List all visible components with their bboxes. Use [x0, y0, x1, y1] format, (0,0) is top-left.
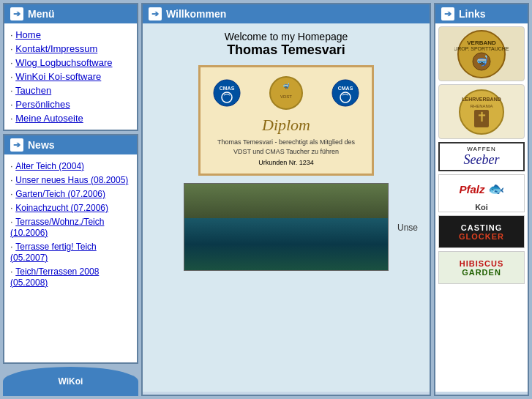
list-item: Home: [10, 28, 131, 42]
svg-point-3: [270, 77, 302, 109]
news-link-terrasse-fertig[interactable]: Terrasse fertig! Teich (05.2007): [10, 242, 97, 263]
list-item: Kontakt/Impressum: [10, 42, 131, 56]
gold-seal-svg: LEHRVERBAND RHENANIA ✝: [454, 86, 509, 138]
svg-text:CMAS: CMAS: [220, 86, 235, 91]
diploma-center-emblem: 🤿 VDST: [268, 75, 304, 111]
svg-text:✝: ✝: [476, 110, 487, 124]
casting-bottom-text: GLOCKER: [459, 232, 504, 241]
welcome-content: Welcome to my Homepage Thomas Temesvari …: [143, 23, 430, 392]
news-link-terrasse[interactable]: Terrasse/Wohnz./Teich (10.2006): [10, 217, 104, 238]
right-column: ➔ Links VERBAND EUROP. SPORTTAUCHER 🤿 LE…: [434, 3, 529, 396]
seeber-badge[interactable]: WAFFEN Seeber: [438, 142, 525, 171]
list-item: Tauchen: [10, 83, 131, 97]
list-item: Koinachzucht (07.2006): [10, 201, 131, 215]
diver-badge[interactable]: VERBAND EUROP. SPORTTAUCHER 🤿: [438, 26, 525, 81]
winkoi-button[interactable]: WiKoi: [3, 367, 138, 396]
svg-text:VERBAND: VERBAND: [467, 40, 496, 46]
news-link-neues-haus[interactable]: Unser neues Haus (08.2005): [15, 175, 128, 185]
diploma-number: Urkunden Nr. 1234: [212, 159, 360, 166]
list-item: Wlog Logbuchsoftware: [10, 56, 131, 70]
svg-text:LEHRVERBAND: LEHRVERBAND: [462, 97, 501, 102]
menu-panel: ➔ Menü Home Kontakt/Impressum Wlog Logbu…: [3, 3, 138, 131]
welcome-title: Willkommen: [166, 8, 226, 20]
list-item: Unser neues Haus (08.2005): [10, 173, 131, 187]
links-arrow-icon: ➔: [441, 7, 454, 20]
news-link-koinach[interactable]: Koinachzucht (07.2006): [15, 203, 108, 213]
news-list: Alter Teich (2004) Unser neues Haus (08.…: [10, 159, 131, 289]
menu-link-wlog[interactable]: Wlog Logbuchsoftware: [15, 57, 112, 68]
menu-link-auto[interactable]: Meine Autoseite: [15, 113, 83, 124]
hibiscus-bottom-text: GARDEN: [462, 268, 501, 277]
links-content: VERBAND EUROP. SPORTTAUCHER 🤿 LEHRVERBAN…: [435, 23, 528, 392]
seeber-brand: Seeber: [464, 152, 500, 168]
pfalz-text: Pfalz: [459, 183, 484, 195]
hibiscus-top-text: HIBISCUS: [460, 259, 504, 268]
bottom-button-label: WiKoi: [59, 376, 83, 387]
links-title: Links: [459, 8, 486, 20]
welcome-panel: ➔ Willkommen Welcome to my Homepage Thom…: [141, 3, 431, 396]
menu-link-kontakt[interactable]: Kontakt/Impressum: [15, 43, 97, 54]
svg-text:EUROP. SPORTTAUCHER: EUROP. SPORTTAUCHER: [454, 46, 509, 51]
list-item: WinKoi Koi-software: [10, 70, 131, 83]
news-link-teich-2008[interactable]: Teich/Terrassen 2008 (05.2008): [10, 266, 99, 288]
center-column: ➔ Willkommen Welcome to my Homepage Thom…: [141, 3, 431, 396]
list-item: Garten/Teich (07.2006): [10, 187, 131, 201]
menu-header: ➔ Menü: [4, 4, 137, 23]
left-column: ➔ Menü Home Kontakt/Impressum Wlog Logbu…: [3, 3, 138, 396]
koi-fish-icon: 🐟: [488, 181, 504, 197]
welcome-arrow-icon: ➔: [149, 7, 162, 20]
menu-list: Home Kontakt/Impressum Wlog Logbuchsoftw…: [10, 28, 131, 125]
diver-badge-svg: VERBAND EUROP. SPORTTAUCHER 🤿: [454, 29, 509, 80]
list-item: Meine Autoseite: [10, 111, 131, 125]
svg-text:RHENANIA: RHENANIA: [470, 104, 492, 108]
news-link-alter-teich[interactable]: Alter Teich (2004): [15, 161, 84, 171]
menu-arrow-icon: ➔: [10, 7, 23, 20]
news-title: News: [28, 139, 55, 151]
list-item: Terrasse/Wohnz./Teich (10.2006): [10, 215, 131, 239]
list-item: Alter Teich (2004): [10, 159, 131, 173]
unse-label: Unse: [397, 223, 418, 233]
pfalz-badge[interactable]: Pfalz 🐟 Koi: [438, 174, 525, 212]
menu-link-perso[interactable]: Persönliches: [15, 99, 70, 110]
seeber-content: WAFFEN Seeber: [464, 146, 500, 168]
news-content: Alter Teich (2004) Unser neues Haus (08.…: [4, 154, 137, 362]
hibiscus-badge[interactable]: HIBISCUS GARDEN: [438, 251, 525, 284]
svg-text:VDST: VDST: [280, 94, 292, 99]
list-item: Persönliches: [10, 97, 131, 111]
menu-title: Menü: [28, 8, 55, 20]
diploma-certificate: CMAS 🤿 VDST CMAS: [198, 65, 374, 176]
news-panel: ➔ News Alter Teich (2004) Unser neues Ha…: [3, 134, 138, 364]
koi-label: Koi: [475, 203, 488, 212]
welcome-header: ➔ Willkommen: [143, 4, 430, 23]
news-header: ➔ News: [4, 135, 137, 154]
pond-container: Unse: [184, 183, 389, 271]
menu-content: Home Kontakt/Impressum Wlog Logbuchsoftw…: [4, 23, 137, 130]
list-item: Terrasse fertig! Teich (05.2007): [10, 239, 131, 264]
news-arrow-icon: ➔: [10, 138, 23, 152]
news-link-garten[interactable]: Garten/Teich (07.2006): [15, 189, 105, 199]
svg-text:CMAS: CMAS: [338, 86, 353, 91]
pfalz-content: Pfalz 🐟: [459, 175, 503, 203]
diploma-body: Thomas Temesvari - berechtigt als Mitgli…: [212, 138, 360, 156]
cmas-logo-left: CMAS: [212, 78, 241, 108]
links-panel: ➔ Links VERBAND EUROP. SPORTTAUCHER 🤿 LE…: [434, 3, 529, 396]
seeber-waffen-text: WAFFEN: [464, 146, 500, 152]
links-header: ➔ Links: [435, 4, 528, 23]
menu-link-tauchen[interactable]: Tauchen: [15, 85, 51, 96]
welcome-name: Thomas Temesvari: [225, 42, 348, 58]
diploma-logos: CMAS 🤿 VDST CMAS: [212, 75, 360, 111]
casting-top-text: CASTING: [461, 223, 503, 232]
menu-link-winkoi[interactable]: WinKoi Koi-software: [15, 71, 101, 82]
pond-image: [184, 183, 389, 271]
welcome-text-block: Welcome to my Homepage Thomas Temesvari: [225, 31, 348, 58]
cmas-logo-right: CMAS: [331, 78, 360, 108]
gold-seal-badge[interactable]: LEHRVERBAND RHENANIA ✝: [438, 84, 525, 139]
list-item: Teich/Terrassen 2008 (05.2008): [10, 264, 131, 289]
svg-text:🤿: 🤿: [475, 55, 488, 67]
svg-text:🤿: 🤿: [282, 82, 290, 89]
casting-badge[interactable]: CASTING GLOCKER: [438, 215, 525, 248]
welcome-greeting: Welcome to my Homepage: [225, 31, 348, 42]
menu-link-home[interactable]: Home: [15, 29, 41, 40]
diploma-title: Diplom: [212, 116, 360, 135]
